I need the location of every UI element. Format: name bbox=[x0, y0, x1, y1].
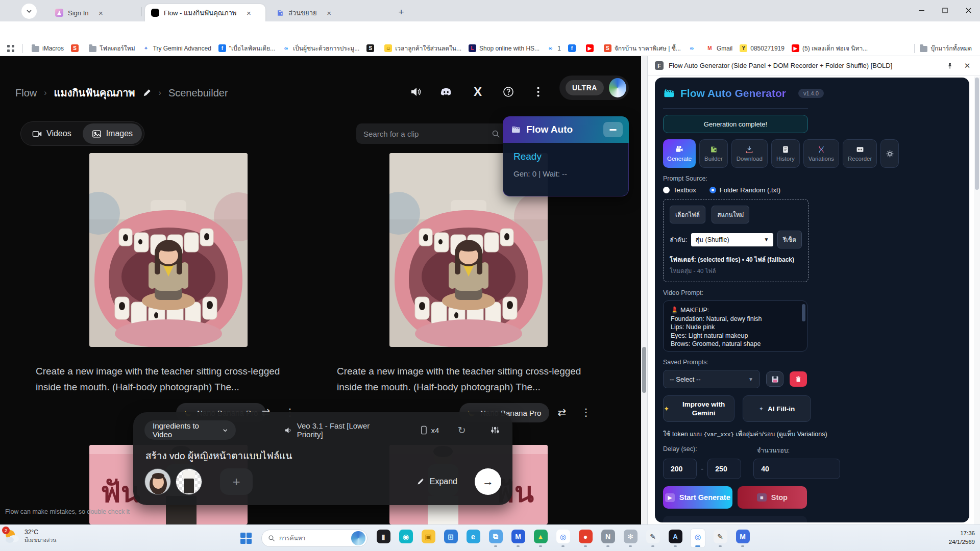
window-close-button[interactable] bbox=[957, 0, 980, 20]
reset-button[interactable]: รีเซ็ต bbox=[777, 231, 802, 248]
taskbar-app-icon[interactable]: A bbox=[668, 529, 683, 548]
radio-textbox[interactable]: Textbox bbox=[663, 186, 696, 194]
taskbar-search[interactable] bbox=[261, 530, 368, 547]
radio-folder-random[interactable]: Folder Random (.txt) bbox=[709, 186, 780, 194]
tab-images[interactable]: Images bbox=[83, 123, 142, 144]
close-icon[interactable]: ✕ bbox=[961, 60, 973, 72]
bookmark-item[interactable]: โฟลเดอร์ใหม่ bbox=[85, 42, 139, 55]
video-prompt-textarea[interactable]: 💄 MAKEUP:Foundation: Natural, dewy finis… bbox=[663, 300, 807, 352]
more-menu-icon[interactable] bbox=[531, 85, 545, 99]
bookmark-item[interactable]: f "เบื่อไลฟ์คนเดีย... bbox=[215, 42, 279, 55]
tab-close-icon[interactable]: × bbox=[244, 8, 253, 17]
clip-search-input[interactable] bbox=[363, 130, 486, 138]
settings-sliders-icon[interactable] bbox=[488, 423, 501, 437]
panel-scrollbar[interactable] bbox=[974, 77, 980, 524]
window-minimize-button[interactable] bbox=[910, 0, 933, 20]
scrollbar-thumb[interactable] bbox=[975, 78, 979, 190]
start-generate-button[interactable]: ▶ Start Generate bbox=[663, 486, 732, 509]
widget-minimize-button[interactable] bbox=[603, 122, 623, 137]
taskbar-app-icon[interactable]: ⊞ bbox=[443, 529, 458, 548]
browser-tab-flow[interactable]: Flow - แมงกินฟันคุณภาพ × bbox=[145, 4, 265, 21]
tab-download[interactable]: Download bbox=[731, 139, 768, 168]
settings-tab-button[interactable] bbox=[880, 139, 899, 168]
add-to-scene-icon[interactable]: ⇄ bbox=[554, 404, 570, 420]
flow-auto-widget-header[interactable]: Flow Auto bbox=[503, 116, 629, 143]
expand-button[interactable]: Expand bbox=[416, 477, 457, 486]
bookmark-item[interactable]: S จักรบ้าน ราคาพิเศษ | ซื้... bbox=[600, 42, 684, 55]
weather-widget[interactable]: 2 32°C มีเมฆบางส่วน bbox=[3, 528, 56, 545]
taskbar-app-icon[interactable]: ▲ bbox=[533, 529, 548, 548]
clip-search[interactable] bbox=[356, 123, 507, 144]
taskbar-app-icon[interactable]: ● bbox=[578, 529, 593, 548]
tab-recorder[interactable]: Recorder bbox=[843, 139, 877, 168]
all-bookmarks-button[interactable]: บุ๊กมาร์กทั้งหมด bbox=[920, 43, 976, 53]
prompt-text-input[interactable]: สร้าง vdo ผู้หญิงหน้าตาแบบไฟล์แน bbox=[145, 448, 500, 462]
model-selector[interactable]: Veo 3.1 - Fast [Lower Priority] bbox=[277, 420, 400, 440]
taskbar-app-icon[interactable]: ✎ bbox=[645, 529, 660, 548]
bookmark-item[interactable]: ☺ เวลาลูกค้าใช้ส่วนลดใน... bbox=[381, 42, 465, 55]
improve-with-gemini-button[interactable]: ✦ Improve with Gemini bbox=[663, 395, 734, 422]
browser-tab-extensions[interactable]: ส่วนขยาย × bbox=[270, 4, 378, 21]
tab-close-icon[interactable]: × bbox=[96, 8, 105, 17]
tab-history[interactable]: History bbox=[771, 139, 800, 168]
tab-variations[interactable]: Variations bbox=[803, 139, 839, 168]
breadcrumb-root[interactable]: Flow bbox=[15, 87, 37, 99]
pin-icon[interactable] bbox=[944, 60, 956, 72]
generated-image-card-1[interactable] bbox=[89, 153, 248, 347]
saved-prompts-select[interactable]: -- Select -- ▼ bbox=[663, 370, 760, 388]
bookmark-item[interactable]: ▶ (5) เพลงเด็ก พ่อเจ นิทา... bbox=[788, 42, 871, 55]
taskbar-app-icon[interactable]: N bbox=[600, 529, 616, 548]
delay-min-input[interactable]: 200 bbox=[663, 459, 697, 479]
bookmark-item[interactable]: f bbox=[565, 43, 582, 54]
bookmark-item[interactable]: ∞ bbox=[684, 43, 702, 54]
regenerate-icon[interactable]: ↻ bbox=[455, 423, 468, 437]
bookmark-item[interactable]: S bbox=[67, 43, 85, 54]
apps-grid-icon[interactable] bbox=[4, 43, 17, 54]
bookmark-item[interactable]: L Shop online with HS... bbox=[465, 43, 543, 54]
bookmark-item[interactable]: ▶ bbox=[582, 43, 600, 54]
ai-fill-in-button[interactable]: ✦ AI Fill-in bbox=[743, 395, 811, 422]
x-logo-icon[interactable]: X bbox=[471, 85, 485, 99]
taskbar-app-icon[interactable]: ◉ bbox=[398, 529, 413, 548]
save-prompt-button[interactable] bbox=[766, 371, 783, 387]
taskbar-app-icon[interactable]: M bbox=[510, 529, 526, 548]
choose-file-button[interactable]: เลือกไฟล์ bbox=[670, 206, 705, 223]
avatar[interactable] bbox=[609, 78, 626, 97]
stop-button[interactable]: ■ Stop bbox=[738, 486, 807, 509]
breadcrumb-page[interactable]: Scenebuilder bbox=[168, 87, 228, 99]
window-maximize-button[interactable] bbox=[933, 0, 957, 20]
bookmark-item[interactable]: Y 0850271919 bbox=[736, 43, 788, 54]
output-count[interactable]: x4 bbox=[421, 425, 439, 435]
order-select[interactable]: สุ่ม (Shuffle) ▼ bbox=[691, 233, 773, 246]
taskbar-app-icon[interactable]: e bbox=[465, 529, 481, 548]
page-scrollbar[interactable] bbox=[641, 56, 647, 524]
taskbar-app-icon[interactable]: ▮ bbox=[376, 529, 391, 548]
browser-tab-signin[interactable]: Sign In × bbox=[49, 4, 137, 21]
edit-pencil-icon[interactable] bbox=[142, 88, 152, 97]
taskbar-app-icon[interactable]: M bbox=[735, 529, 750, 548]
speaker-icon[interactable] bbox=[408, 85, 423, 99]
bookmark-item[interactable]: iMacros bbox=[28, 43, 67, 54]
taskbar-app-icon[interactable]: ◎ bbox=[555, 529, 571, 548]
taskbar-app-icon[interactable]: ▣ bbox=[421, 529, 436, 548]
tab-close-icon[interactable]: × bbox=[325, 8, 334, 17]
delete-prompt-button[interactable] bbox=[790, 371, 807, 387]
generate-arrow-button[interactable]: → bbox=[475, 468, 501, 495]
textarea-scrollbar-thumb[interactable] bbox=[802, 304, 805, 321]
taskbar-app-icon[interactable]: ◎ bbox=[690, 529, 705, 548]
help-icon[interactable] bbox=[501, 85, 516, 99]
bookmark-item[interactable]: ✦ Try Gemini Advanced bbox=[139, 43, 215, 54]
rounds-input[interactable]: 40 bbox=[753, 459, 840, 479]
account-widget[interactable]: ULTRA bbox=[559, 76, 629, 100]
mode-dropdown[interactable]: Ingredients to Video bbox=[144, 420, 236, 440]
breadcrumb-project[interactable]: แมงกินฟันคุณภาพ bbox=[54, 85, 135, 101]
start-button[interactable] bbox=[238, 530, 254, 546]
bookmark-item[interactable]: ∞ เป็นผู้ชนะด้วยการประมู... bbox=[279, 42, 363, 55]
tab-videos[interactable]: Videos bbox=[23, 123, 81, 144]
tab-builder[interactable]: Builder bbox=[699, 139, 728, 168]
new-tab-button[interactable]: + bbox=[394, 5, 408, 19]
discord-icon[interactable] bbox=[439, 85, 453, 99]
card-menu-icon[interactable]: ⋮ bbox=[578, 404, 594, 420]
ingredient-thumbnail-outfit[interactable] bbox=[176, 468, 202, 495]
rescan-button[interactable]: สแกนใหม่ bbox=[712, 206, 749, 223]
